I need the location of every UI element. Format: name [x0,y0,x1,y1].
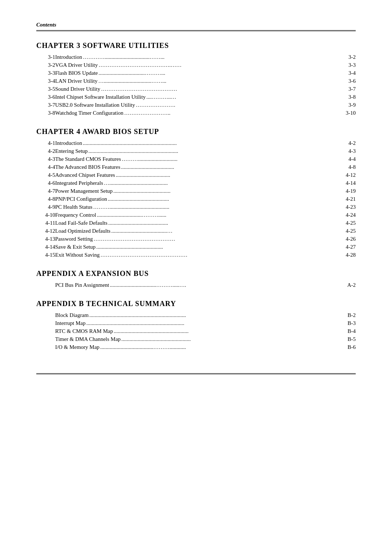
toc-dots: ........................................… [113,328,334,335]
toc-title-text: I/O & Memory Map [55,344,99,350]
toc-row: 4-15Exit Without Saving …………………………………………… [36,251,356,259]
toc-item-title: Power Management Setup .................… [55,187,334,195]
toc-row: 4-12Load Optimized Defaults ............… [36,227,356,235]
chapter-heading-chapter3: Chapter 3 Software Utilities [36,41,356,50]
toc-item-num: 4-4 [36,163,55,171]
toc-item-page: 3-7 [334,85,356,93]
toc-item-title: Frequency Control ......................… [55,211,334,219]
toc-title-text: Frequency Control [55,212,96,218]
toc-item-page: 3-8 [334,93,356,101]
toc-dots: ........................................… [86,320,334,327]
chapter-heading-chapter4: Chapter 4 Award BIOS Setup [36,127,356,136]
toc-item-num: 3-4 [36,77,55,85]
toc-dots: …………………. [135,102,334,109]
toc-item-title: Load Fail-Safe Defaults ................… [55,219,334,227]
toc-item-title: USB2.0 Software Installation Utility ………… [55,101,334,109]
toc-title-text: Integrated Peripherals [55,180,103,186]
toc-item-page: 4-19 [334,187,356,195]
toc-item-num: 3-6 [36,93,55,101]
toc-item-title: The Standard CMOS Features ………..........… [55,155,334,163]
toc-dots: ..................................………... [98,70,334,77]
toc-item-num [36,281,55,289]
toc-dots: ........................................… [107,196,334,203]
toc-item-title: Introduction............................… [55,139,334,147]
toc-row: 4-9PC Health Status ……….................… [36,203,356,211]
toc-row: 3-7USB2.0 Software Installation Utility … [36,101,356,109]
toc-title-text: Power Management Setup [55,188,113,194]
toc-dots: ……….....................................… [93,204,334,211]
toc-item-num: 4-5 [36,171,55,179]
toc-item-page: 4-8 [334,163,356,171]
toc-row: 3-8Watchdog Timer Configuration ……………………… [36,109,356,117]
toc-title-text: Entering Setup [55,148,88,154]
toc-row: 4-1Introduction.........................… [36,139,356,147]
toc-row: RTC & CMOS RAM Map .....................… [36,327,356,335]
toc-title-text: Exit Without Saving [55,252,99,258]
toc-dots: …...................................……..… [98,78,334,85]
toc-item-num: 3-8 [36,109,55,117]
toc-dots: …………………………………… [100,86,334,93]
toc-dots: ........................................… [95,244,334,250]
toc-dots: ........................................… [110,228,334,235]
toc-row: 3-4LAN Driver Utility…..................… [36,77,356,85]
toc-title-text: Introduction [55,140,82,146]
toc-item-num: 4-7 [36,187,55,195]
toc-dots: ........................................… [107,220,334,227]
toc-dots: ……………………………………… [93,236,334,243]
toc-table-chapter4: 4-1Introduction.........................… [36,139,356,259]
toc-row: 4-5Advanced Chipset Features ...........… [36,171,356,179]
toc-row: 4-7Power Management Setup ..............… [36,187,356,195]
toc-item-page: B-3 [334,319,356,327]
toc-title-text: Interrupt Map [55,320,86,326]
toc-item-page: 3-4 [334,69,356,77]
toc-item-num: 4-8 [36,195,55,203]
toc-item-title: PCI Bus Pin Assignment .................… [55,281,334,289]
toc-title-text: Timer & DMA Channels Map [55,336,121,342]
toc-item-num: 4-14 [36,243,55,251]
toc-title-text: Sound Driver Utility [55,86,100,92]
toc-item-title: Block Diagram ..........................… [55,311,334,319]
toc-item-title: Exit Without Saving ………………………………………… [55,251,334,259]
toc-item-num: 4-11 [36,219,55,227]
toc-item-page: 4-3 [334,147,356,155]
toc-container: Chapter 3 Software Utilities3-1Introduct… [36,41,356,351]
toc-item-title: LAN Driver Utility….....................… [55,77,334,85]
toc-dots: ........................................… [88,148,334,155]
toc-item-num: 3-1 [36,53,55,61]
footer-rule [36,373,356,374]
toc-title-text: Password Setting [55,236,93,242]
toc-row: 4-8PNP/PCI Configuration ...............… [36,195,356,203]
toc-dots: …………………….. [123,110,334,117]
toc-row: 3-6Intel Chipset Software Installation U… [36,93,356,101]
toc-title-text: Load Optimized Defaults [55,228,110,234]
toc-item-title: PC Health Status ………....................… [55,203,334,211]
toc-item-num: 4-9 [36,203,55,211]
toc-dots: ........................................ [115,172,334,179]
toc-title-text: PNP/PCI Configuration [55,196,107,202]
toc-dots: ………………………………….…… [98,62,334,69]
toc-title-text: PCI Bus Pin Assignment [55,282,109,288]
toc-item-page: B-4 [334,327,356,335]
toc-table-appendixB: Block Diagram ..........................… [36,311,356,351]
toc-item-page: 3-2 [334,53,356,61]
toc-row: Block Diagram ..........................… [36,311,356,319]
toc-item-page: 4-27 [334,243,356,251]
toc-row: Interrupt Map ..........................… [36,319,356,327]
toc-item-title: Entering Setup .........................… [55,147,334,155]
toc-row: 4-11Load Fail-Safe Defaults ............… [36,219,356,227]
toc-row: I/O & Memory Map .......................… [36,343,356,351]
toc-item-title: Integrated Peripherals …................… [55,179,334,187]
toc-dots: .......................................…… [99,344,334,351]
toc-dots: ………............................. [121,156,334,163]
toc-item-num [36,311,55,319]
toc-row: 4-13Password Setting ………………………………………4-26 [36,235,356,243]
toc-dots: ........................................… [82,140,334,147]
toc-item-title: The Advanced BIOS Features .............… [55,163,334,171]
toc-item-page: 4-2 [334,139,356,147]
toc-item-page: 3-6 [334,77,356,85]
toc-item-title: Sound Driver Utility…………………………………… [55,85,334,93]
toc-item-num: 3-3 [36,69,55,77]
header: Contents [36,22,356,31]
toc-item-title: Timer & DMA Channels Map ...............… [55,335,334,343]
toc-table-chapter3: 3-1Introduction………….....................… [36,53,356,117]
